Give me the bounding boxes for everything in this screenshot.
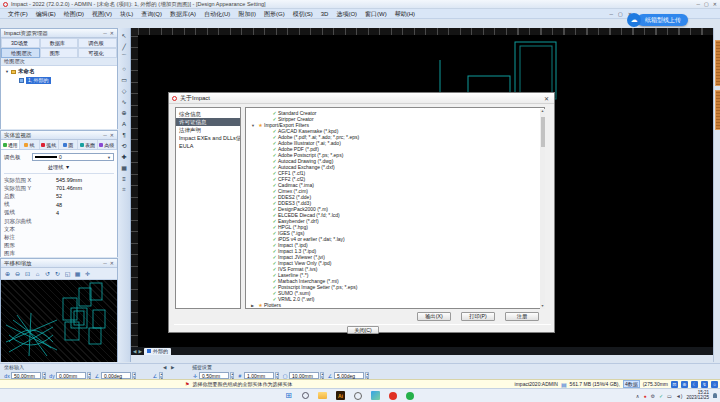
dialog-titlebar[interactable]: 关于Impact ✕: [169, 93, 554, 104]
zoom-tool-icon[interactable]: ⊕: [3, 269, 12, 278]
zoom-tool-icon[interactable]: ↻: [53, 269, 62, 278]
drawing-tool-icon[interactable]: ≡: [119, 173, 130, 184]
explorer-view-button[interactable]: 图形: [40, 48, 79, 58]
menu-item[interactable]: 视图(V): [88, 9, 116, 19]
menu-item[interactable]: 自动化(U): [200, 9, 234, 19]
category-item[interactable]: EULA: [176, 142, 240, 150]
panel-close-button[interactable]: ✕: [110, 260, 114, 266]
menu-item[interactable]: 文件(F): [4, 9, 32, 19]
drawing-tool-icon[interactable]: A: [119, 118, 130, 129]
speaker-icon[interactable]: ◄): [676, 393, 683, 399]
dialog-button[interactable]: 注册: [505, 312, 539, 321]
panel-close-button[interactable]: ✕: [110, 30, 114, 36]
material-thumbnail[interactable]: [715, 40, 720, 86]
monitor-tab[interactable]: 高级: [98, 140, 117, 149]
panel-minimize-button[interactable]: ─: [103, 260, 107, 266]
menu-item[interactable]: 选项(O): [332, 9, 361, 19]
material-thumbnail[interactable]: [715, 90, 720, 130]
drawing-tool-icon[interactable]: ▭: [119, 74, 130, 85]
explorer-view-button[interactable]: 调色板: [78, 38, 117, 48]
scrollbar-thumb[interactable]: [541, 117, 545, 147]
monitor-tab[interactable]: 线: [20, 140, 39, 149]
page-node[interactable]: 1, 外部的: [19, 77, 51, 84]
notification-bell-icon[interactable]: [713, 393, 717, 398]
palette-combobox[interactable]: 0 ▼: [32, 153, 114, 161]
drawing-tool-icon[interactable]: ✚: [119, 151, 130, 162]
panel-minimize-button[interactable]: ─: [103, 132, 107, 138]
file-explorer-icon[interactable]: [318, 392, 327, 399]
menu-item[interactable]: 帮助(H): [391, 9, 419, 19]
explorer-view-button[interactable]: 可视化: [78, 48, 117, 58]
monitor-tab[interactable]: 表面: [78, 140, 97, 149]
green-app-icon[interactable]: [406, 392, 414, 400]
panel-minimize-button[interactable]: ─: [103, 30, 107, 36]
menu-item[interactable]: 块(L): [116, 9, 137, 19]
red-app-icon[interactable]: [389, 392, 397, 400]
drawing-tool-icon[interactable]: ¶: [119, 129, 130, 140]
tray-dot-icon[interactable]: ●: [643, 393, 646, 399]
zoom-tool-icon[interactable]: ⊖: [13, 269, 22, 278]
scroll-down-icon[interactable]: ▼: [540, 304, 545, 309]
menu-item[interactable]: 图形(G): [260, 9, 289, 19]
close-button[interactable]: ✕: [713, 1, 717, 7]
start-button[interactable]: ⊞: [284, 391, 293, 400]
mdi-minimize-button[interactable]: ─: [610, 11, 614, 17]
menu-item[interactable]: 附加(I): [234, 9, 260, 19]
panel-close-button[interactable]: ✕: [110, 132, 114, 138]
display-icon[interactable]: ⊡: [671, 381, 678, 388]
gear-icon[interactable]: ⚙: [650, 393, 654, 399]
drawing-tool-icon[interactable]: ◇: [119, 85, 130, 96]
category-item[interactable]: 综合信息: [176, 110, 240, 118]
drawing-tool-icon[interactable]: ⌒: [119, 52, 130, 63]
drawing-tool-icon[interactable]: ▦: [119, 162, 130, 173]
tab-prev-button[interactable]: ◀: [133, 349, 136, 354]
tree-scrollbar[interactable]: ▲ ▼: [540, 109, 545, 309]
dialog-button[interactable]: 打印(P): [461, 312, 495, 321]
dialog-close-button[interactable]: ✕: [542, 95, 551, 102]
tab-next-button[interactable]: ▶: [138, 349, 141, 354]
zoom-tool-icon[interactable]: ◱: [63, 269, 72, 278]
explorer-view-button[interactable]: 3D场景: [1, 38, 40, 48]
illustrator-icon[interactable]: Ai: [336, 391, 345, 400]
zoom-tool-icon[interactable]: ⊡: [23, 269, 32, 278]
tray-chevron-icon[interactable]: ∧: [636, 393, 640, 399]
minimize-button[interactable]: ─: [697, 1, 701, 7]
photos-icon[interactable]: [371, 391, 380, 400]
expand-icon[interactable]: ▼: [5, 69, 9, 74]
maximize-button[interactable]: ▢: [704, 1, 709, 7]
drawing-tool-icon[interactable]: ⊕: [119, 107, 130, 118]
menu-item[interactable]: 3D: [317, 9, 333, 19]
drawing-tool-icon[interactable]: ⟲: [119, 140, 130, 151]
dialog-button[interactable]: 输出(X): [417, 312, 451, 321]
circle-icon[interactable]: ○: [711, 381, 718, 388]
zoom-tool-icon[interactable]: ✛: [83, 269, 92, 278]
menu-item[interactable]: 编辑(E): [32, 9, 60, 19]
drawing-tool-icon[interactable]: ╱: [119, 41, 130, 52]
menu-item[interactable]: 绘图(D): [60, 9, 88, 19]
category-item[interactable]: 许可证信息: [176, 118, 240, 126]
search-icon[interactable]: [302, 392, 309, 399]
monitor-tab[interactable]: 弧线: [40, 140, 59, 149]
monitor-tab[interactable]: 圆: [59, 140, 78, 149]
menu-item[interactable]: 数据库(A): [166, 9, 200, 19]
crosshair-icon[interactable]: ⊕: [681, 381, 688, 388]
project-node[interactable]: ▼ 未命名: [5, 68, 117, 75]
monitor-icon[interactable]: ▭: [667, 393, 672, 399]
drawing-tool-icon[interactable]: ⌗: [119, 184, 130, 195]
category-item[interactable]: Impact EXEs and DLLs信息: [176, 134, 240, 142]
monitor-tab[interactable]: 通用: [1, 140, 20, 149]
explorer-view-button[interactable]: 绘图层次: [1, 48, 40, 58]
zoom-tool-icon[interactable]: ▦: [73, 269, 82, 278]
save-icon[interactable]: ▤: [561, 381, 567, 388]
zoom-tool-icon[interactable]: ⌂: [33, 269, 42, 278]
toolbar-overflow-right[interactable]: ▶: [171, 365, 174, 370]
drawing-preview[interactable]: [1, 280, 117, 362]
moon-icon[interactable]: ☾: [691, 381, 698, 388]
drawing-tool-icon[interactable]: ∿: [119, 96, 130, 107]
menu-item[interactable]: 模切(S): [289, 9, 317, 19]
toolbar-overflow-left[interactable]: ◀: [163, 365, 166, 370]
scroll-up-icon[interactable]: ▲: [540, 109, 545, 114]
process-lines-button[interactable]: 处理线 ▼: [48, 164, 70, 171]
mdi-restore-button[interactable]: ▢: [618, 11, 623, 17]
explorer-view-button[interactable]: 数据库: [40, 38, 79, 48]
